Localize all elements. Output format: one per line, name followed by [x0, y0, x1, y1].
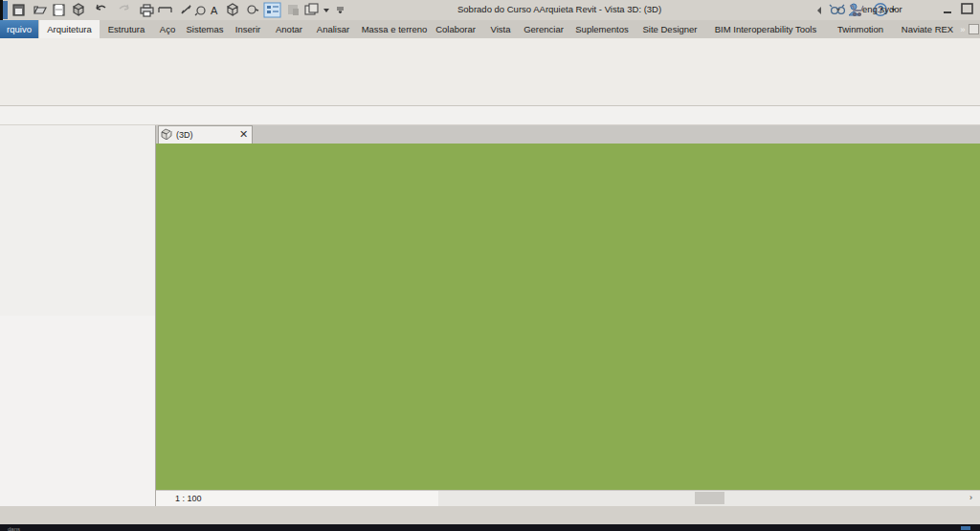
svg-text:A: A	[211, 5, 218, 16]
